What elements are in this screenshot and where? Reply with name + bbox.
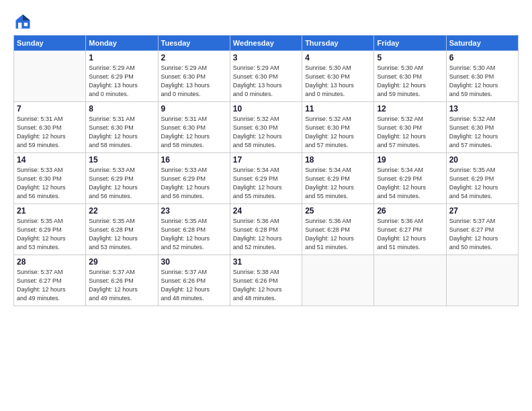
calendar-cell: 25Sunrise: 5:36 AMSunset: 6:28 PMDayligh… — [302, 204, 374, 255]
calendar-cell: 21Sunrise: 5:35 AMSunset: 6:29 PMDayligh… — [14, 204, 86, 255]
day-info: Sunrise: 5:33 AMSunset: 6:29 PMDaylight:… — [161, 166, 227, 201]
column-header-wednesday: Wednesday — [230, 36, 302, 51]
logo — [13, 12, 35, 31]
day-info: Sunrise: 5:30 AMSunset: 6:30 PMDaylight:… — [305, 64, 371, 99]
week-row: 28Sunrise: 5:37 AMSunset: 6:27 PMDayligh… — [14, 255, 519, 306]
day-number: 15 — [89, 155, 154, 165]
day-info: Sunrise: 5:34 AMSunset: 6:29 PMDaylight:… — [233, 166, 299, 201]
day-number: 17 — [233, 155, 299, 165]
day-number: 22 — [89, 206, 154, 216]
day-info: Sunrise: 5:35 AMSunset: 6:29 PMDaylight:… — [449, 166, 515, 201]
calendar-cell: 8Sunrise: 5:31 AMSunset: 6:30 PMDaylight… — [86, 102, 158, 153]
day-number: 11 — [305, 104, 371, 113]
day-info: Sunrise: 5:29 AMSunset: 6:30 PMDaylight:… — [233, 64, 299, 99]
day-info: Sunrise: 5:33 AMSunset: 6:30 PMDaylight:… — [17, 166, 83, 201]
calendar-cell: 7Sunrise: 5:31 AMSunset: 6:30 PMDaylight… — [14, 102, 86, 153]
day-number: 1 — [89, 53, 154, 62]
day-number: 29 — [89, 257, 154, 267]
page: SundayMondayTuesdayWednesdayThursdayFrid… — [0, 0, 532, 313]
calendar-cell: 14Sunrise: 5:33 AMSunset: 6:30 PMDayligh… — [14, 153, 86, 204]
day-number: 5 — [377, 53, 443, 62]
week-row: 21Sunrise: 5:35 AMSunset: 6:29 PMDayligh… — [14, 204, 519, 255]
day-number: 19 — [377, 155, 443, 165]
column-header-thursday: Thursday — [302, 36, 374, 51]
calendar-cell: 17Sunrise: 5:34 AMSunset: 6:29 PMDayligh… — [230, 153, 302, 204]
calendar-cell: 15Sunrise: 5:33 AMSunset: 6:29 PMDayligh… — [86, 153, 158, 204]
day-info: Sunrise: 5:34 AMSunset: 6:29 PMDaylight:… — [305, 166, 371, 201]
column-header-sunday: Sunday — [14, 36, 86, 51]
day-info: Sunrise: 5:37 AMSunset: 6:26 PMDaylight:… — [161, 268, 227, 303]
calendar-cell: 22Sunrise: 5:35 AMSunset: 6:28 PMDayligh… — [86, 204, 158, 255]
calendar-cell — [14, 51, 86, 102]
header-row: SundayMondayTuesdayWednesdayThursdayFrid… — [14, 36, 519, 51]
calendar-cell: 19Sunrise: 5:34 AMSunset: 6:29 PMDayligh… — [374, 153, 446, 204]
svg-rect-2 — [18, 23, 21, 29]
day-info: Sunrise: 5:29 AMSunset: 6:29 PMDaylight:… — [89, 64, 154, 99]
week-row: 1Sunrise: 5:29 AMSunset: 6:29 PMDaylight… — [14, 51, 519, 102]
day-info: Sunrise: 5:30 AMSunset: 6:30 PMDaylight:… — [449, 64, 515, 99]
calendar-cell: 6Sunrise: 5:30 AMSunset: 6:30 PMDaylight… — [446, 51, 518, 102]
day-info: Sunrise: 5:34 AMSunset: 6:29 PMDaylight:… — [377, 166, 443, 201]
calendar-cell — [446, 255, 518, 306]
day-number: 3 — [233, 53, 299, 62]
calendar-cell: 28Sunrise: 5:37 AMSunset: 6:27 PMDayligh… — [14, 255, 86, 306]
day-info: Sunrise: 5:35 AMSunset: 6:29 PMDaylight:… — [17, 217, 83, 252]
week-row: 14Sunrise: 5:33 AMSunset: 6:30 PMDayligh… — [14, 153, 519, 204]
day-info: Sunrise: 5:29 AMSunset: 6:30 PMDaylight:… — [161, 64, 227, 99]
calendar-cell: 26Sunrise: 5:36 AMSunset: 6:27 PMDayligh… — [374, 204, 446, 255]
calendar-cell — [374, 255, 446, 306]
column-header-saturday: Saturday — [446, 36, 518, 51]
day-info: Sunrise: 5:33 AMSunset: 6:29 PMDaylight:… — [89, 166, 154, 201]
day-info: Sunrise: 5:35 AMSunset: 6:28 PMDaylight:… — [161, 217, 227, 252]
svg-rect-3 — [24, 23, 28, 26]
calendar-cell: 27Sunrise: 5:37 AMSunset: 6:27 PMDayligh… — [446, 204, 518, 255]
calendar-cell: 23Sunrise: 5:35 AMSunset: 6:28 PMDayligh… — [158, 204, 230, 255]
day-info: Sunrise: 5:31 AMSunset: 6:30 PMDaylight:… — [89, 115, 154, 150]
day-number: 2 — [161, 53, 227, 62]
day-info: Sunrise: 5:30 AMSunset: 6:30 PMDaylight:… — [377, 64, 443, 99]
calendar-cell: 12Sunrise: 5:32 AMSunset: 6:30 PMDayligh… — [374, 102, 446, 153]
calendar-cell: 20Sunrise: 5:35 AMSunset: 6:29 PMDayligh… — [446, 153, 518, 204]
day-number: 28 — [17, 257, 83, 267]
day-number: 16 — [161, 155, 227, 165]
day-number: 8 — [89, 104, 154, 113]
week-row: 7Sunrise: 5:31 AMSunset: 6:30 PMDaylight… — [14, 102, 519, 153]
day-number: 4 — [305, 53, 371, 62]
day-info: Sunrise: 5:32 AMSunset: 6:30 PMDaylight:… — [305, 115, 371, 150]
column-header-tuesday: Tuesday — [158, 36, 230, 51]
calendar-cell: 9Sunrise: 5:31 AMSunset: 6:30 PMDaylight… — [158, 102, 230, 153]
day-number: 30 — [161, 257, 227, 267]
day-info: Sunrise: 5:37 AMSunset: 6:27 PMDaylight:… — [449, 217, 515, 252]
column-header-monday: Monday — [86, 36, 158, 51]
day-number: 9 — [161, 104, 227, 113]
calendar-cell — [302, 255, 374, 306]
day-number: 31 — [233, 257, 299, 267]
calendar-cell: 10Sunrise: 5:32 AMSunset: 6:30 PMDayligh… — [230, 102, 302, 153]
day-number: 13 — [449, 104, 515, 113]
calendar-cell: 5Sunrise: 5:30 AMSunset: 6:30 PMDaylight… — [374, 51, 446, 102]
day-info: Sunrise: 5:31 AMSunset: 6:30 PMDaylight:… — [161, 115, 227, 150]
column-header-friday: Friday — [374, 36, 446, 51]
day-number: 12 — [377, 104, 443, 113]
calendar-cell: 4Sunrise: 5:30 AMSunset: 6:30 PMDaylight… — [302, 51, 374, 102]
calendar-cell: 30Sunrise: 5:37 AMSunset: 6:26 PMDayligh… — [158, 255, 230, 306]
day-info: Sunrise: 5:31 AMSunset: 6:30 PMDaylight:… — [17, 115, 83, 150]
day-number: 23 — [161, 206, 227, 216]
calendar-table: SundayMondayTuesdayWednesdayThursdayFrid… — [13, 35, 519, 306]
day-info: Sunrise: 5:32 AMSunset: 6:30 PMDaylight:… — [377, 115, 443, 150]
day-info: Sunrise: 5:38 AMSunset: 6:26 PMDaylight:… — [233, 268, 299, 303]
day-number: 24 — [233, 206, 299, 216]
day-number: 26 — [377, 206, 443, 216]
calendar-cell: 18Sunrise: 5:34 AMSunset: 6:29 PMDayligh… — [302, 153, 374, 204]
day-info: Sunrise: 5:32 AMSunset: 6:30 PMDaylight:… — [233, 115, 299, 150]
day-info: Sunrise: 5:36 AMSunset: 6:27 PMDaylight:… — [377, 217, 443, 252]
day-number: 25 — [305, 206, 371, 216]
calendar-cell: 29Sunrise: 5:37 AMSunset: 6:26 PMDayligh… — [86, 255, 158, 306]
day-number: 20 — [449, 155, 515, 165]
day-info: Sunrise: 5:37 AMSunset: 6:27 PMDaylight:… — [17, 268, 83, 303]
day-info: Sunrise: 5:36 AMSunset: 6:28 PMDaylight:… — [233, 217, 299, 252]
calendar-cell: 13Sunrise: 5:32 AMSunset: 6:30 PMDayligh… — [446, 102, 518, 153]
calendar-cell: 2Sunrise: 5:29 AMSunset: 6:30 PMDaylight… — [158, 51, 230, 102]
day-number: 7 — [17, 104, 83, 113]
day-info: Sunrise: 5:32 AMSunset: 6:30 PMDaylight:… — [449, 115, 515, 150]
